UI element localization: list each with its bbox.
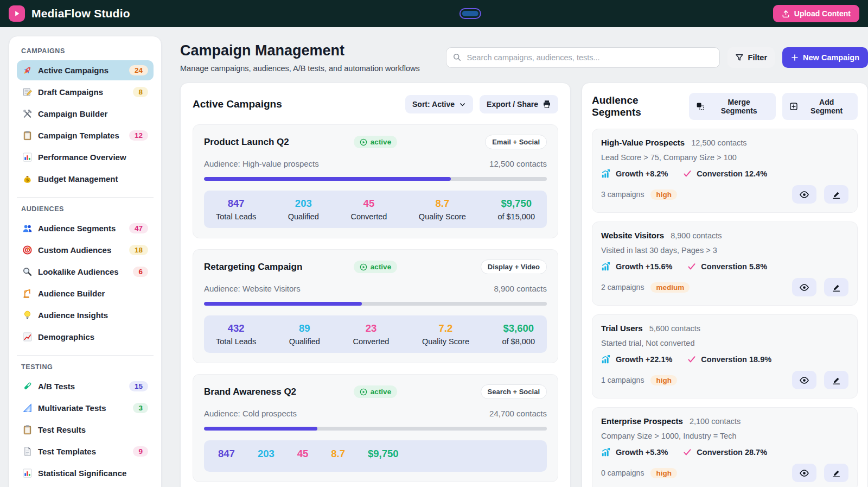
segment-conversion: Converstion 28.7% [697, 448, 767, 457]
users-icon [22, 223, 33, 233]
segment-campaign-count: 3 campaigns [601, 190, 644, 199]
segment-name: Trial Users [601, 324, 643, 333]
segment-contacts: 12,500 contacts [691, 138, 746, 147]
campaign-contacts: 8,900 contacts [494, 284, 547, 293]
sidebar-section-label: TESTING [17, 363, 154, 371]
test-tube-icon [22, 381, 33, 391]
campaign-name: Product Launch Q2 [204, 137, 354, 148]
status-badge: active [354, 261, 397, 273]
tools-icon [22, 109, 33, 119]
segment-card-enterprise-prospects: Enterprise Prospects 2,100 contacts Comp… [592, 407, 858, 487]
add-segment-button[interactable]: Add Segment [782, 93, 858, 120]
stat: 7.2 Quality Score [422, 322, 469, 346]
edit-segment-button[interactable] [824, 464, 848, 482]
sidebar-section: AUDIENCES Audience Segments 47 Custom Au… [17, 205, 154, 356]
filter-icon [735, 53, 744, 62]
campaign-card-brand-awareness-q2: Brand Awareness Q2 active Search + Socia… [193, 374, 558, 482]
progress-fill [204, 427, 317, 431]
sidebar-item-performance-overview[interactable]: Performance Overview [17, 147, 154, 167]
stat-value: $9,750 [497, 198, 535, 210]
sidebar-item-test-templates[interactable]: Test Templates 9 [17, 441, 154, 461]
priority-badge: medium [650, 282, 690, 293]
edit-segment-button[interactable] [824, 278, 848, 296]
check-icon [687, 355, 696, 364]
count-badge: 18 [129, 245, 148, 255]
count-badge: 24 [129, 65, 148, 75]
filter-button[interactable]: Filter [727, 47, 775, 68]
priority-badge: high [650, 375, 677, 385]
growth-icon [601, 169, 611, 179]
stat: 203 [258, 448, 275, 460]
clipboard-icon [22, 130, 33, 141]
sidebar-item-custom-audiences[interactable]: Custom Audiences 18 [17, 240, 154, 260]
campaign-contacts: 12,500 contacts [489, 159, 547, 168]
edit-segment-button[interactable] [824, 371, 848, 389]
sidebar-item-active-campaigns[interactable]: Active Campaigns 24 [17, 60, 154, 80]
play-icon [12, 9, 21, 18]
segment-criteria: Started trial, Not converted [601, 339, 848, 347]
sort-button[interactable]: Sort: Active [405, 95, 473, 113]
sidebar-item-audience-builder[interactable]: Audience Builder [17, 283, 154, 303]
channel-chip: Display + Video [481, 260, 547, 274]
view-segment-button[interactable] [792, 278, 816, 296]
money-bag-icon: $ [22, 174, 33, 184]
stat-value: 8.7 [419, 198, 466, 210]
sidebar-item-conversion-testing[interactable]: Conversion Testing [17, 485, 154, 487]
stat-label: Quality Score [422, 337, 469, 346]
segment-conversion: Converstion 12.4% [697, 169, 767, 178]
sidebar-item-draft-campaigns[interactable]: Draft Campaigns 8 [17, 82, 154, 102]
search-icon [452, 53, 462, 62]
segment-campaign-count: 1 campaigns [601, 376, 644, 384]
new-campaign-button[interactable]: New Campaign [782, 47, 868, 68]
stat: 45 Converted [350, 198, 387, 221]
campaign-stats: 847 203 45 8.7 $9,750 [204, 440, 547, 472]
segment-name: Website Visitors [601, 231, 664, 240]
check-icon [687, 262, 696, 271]
eye-icon [799, 375, 809, 385]
sidebar-item-audience-insights[interactable]: Audience Insights [17, 305, 154, 325]
stat-value: 45 [297, 448, 309, 460]
sidebar-item-demographics[interactable]: Demographics [17, 327, 154, 347]
page-header: Campaign Management Manage campaigns, au… [180, 42, 868, 73]
count-badge: 12 [129, 130, 148, 141]
sidebar-item-lookalike-audiences[interactable]: Lookalike Audiences 6 [17, 262, 154, 282]
triangle-ruler-icon [22, 403, 33, 413]
app-logo[interactable] [9, 5, 25, 22]
progress-bar [204, 302, 547, 306]
stat-label: Converted [350, 212, 387, 221]
sidebar-item-a-b-tests[interactable]: A/B Tests 15 [17, 376, 154, 396]
view-segment-button[interactable] [792, 464, 816, 482]
top-nav-campaigns[interactable] [462, 11, 478, 16]
sidebar-item-test-results[interactable]: Test Results [17, 420, 154, 440]
edit-segment-button[interactable] [824, 185, 848, 204]
upload-content-button[interactable]: Upload Content [773, 5, 859, 22]
sidebar-item-budget-management[interactable]: $ Budget Management [17, 169, 154, 189]
view-segment-button[interactable] [792, 371, 816, 389]
campaign-card-product-launch-q2: Product Launch Q2 active Email + Social … [193, 124, 558, 238]
sidebar-item-audience-segments[interactable]: Audience Segments 47 [17, 218, 154, 238]
sidebar-item-campaign-builder[interactable]: Campaign Builder [17, 104, 154, 124]
status-badge: active [354, 385, 397, 398]
campaign-audience: Audience: Website Visitors [204, 284, 301, 293]
search-input[interactable] [446, 47, 720, 68]
export-share-button[interactable]: Export / Share [480, 95, 558, 113]
sidebar-item-multivariate-tests[interactable]: Multivariate Tests 3 [17, 398, 154, 418]
pencil-icon [832, 283, 841, 292]
view-segment-button[interactable] [792, 185, 816, 204]
sidebar-item-statistical-significance[interactable]: Statistical Significance [17, 463, 154, 483]
progress-bar [204, 177, 547, 181]
merge-segments-button[interactable]: Merge Segments [689, 93, 776, 120]
magnifier-icon [22, 267, 33, 277]
main-layout: CAMPAIGNS Active Campaigns 24 Draft Camp… [0, 27, 868, 487]
sidebar-item-campaign-templates[interactable]: Campaign Templates 12 [17, 125, 154, 146]
segment-name: High-Value Prospects [601, 138, 685, 147]
segment-conversion: Converstion 5.8% [701, 262, 767, 271]
stat-value: $9,750 [368, 448, 399, 460]
panels-row: Active Campaigns Sort: Active Export / S… [180, 83, 868, 487]
segment-card-high-value-prospects: High-Value Prospects 12,500 contacts Lea… [592, 129, 858, 213]
stat-label: of $15,000 [497, 212, 535, 221]
campaign-card-list: Product Launch Q2 active Email + Social … [193, 124, 558, 482]
progress-fill [204, 177, 451, 181]
stat: $9,750 [368, 448, 399, 460]
growth-icon [601, 355, 611, 364]
